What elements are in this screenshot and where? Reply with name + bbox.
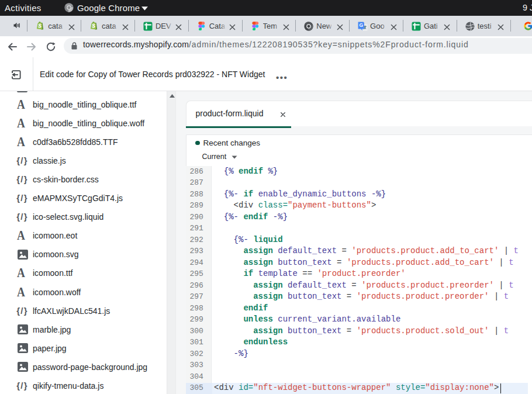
svg-text:S: S <box>92 22 95 29</box>
svg-text:S: S <box>38 22 42 29</box>
svg-text:G: G <box>360 22 364 28</box>
